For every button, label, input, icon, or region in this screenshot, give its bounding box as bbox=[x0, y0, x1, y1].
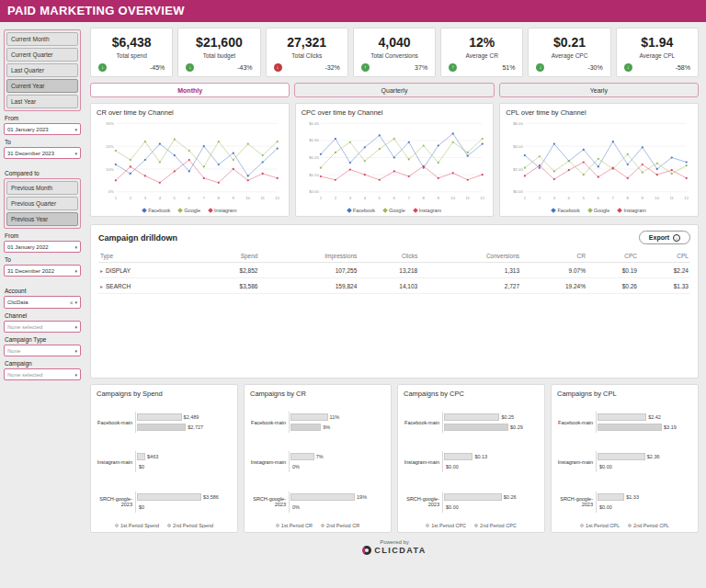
bar-pair: $3,586$0 bbox=[135, 492, 232, 513]
legend-label: Facebook bbox=[148, 208, 170, 213]
bar-rect bbox=[598, 453, 645, 460]
sidebar-period-last-year[interactable]: Last Year bbox=[6, 95, 78, 108]
trend-up-icon: ↑ bbox=[361, 63, 370, 72]
legend-marker-icon bbox=[552, 208, 557, 213]
filter-select-campaign-type[interactable]: None▾ bbox=[4, 345, 81, 356]
tab-monthly[interactable]: Monthly bbox=[90, 83, 290, 97]
svg-text:11: 11 bbox=[261, 196, 266, 200]
bar-value-label: $3.19 bbox=[664, 424, 677, 430]
sidebar-compare-previous-quarter[interactable]: Previous Quarter bbox=[6, 197, 78, 210]
bar: 9% bbox=[290, 423, 385, 432]
compared-to-label: Compared to bbox=[5, 170, 80, 176]
filter-select-channel[interactable]: None selected▾ bbox=[4, 321, 81, 333]
sidebar-period-current-quarter[interactable]: Current Quarter bbox=[6, 48, 78, 62]
brand-name: CLICDATA bbox=[374, 546, 427, 555]
drill-cell: $2.24 bbox=[639, 263, 690, 278]
drill-cell: $2,852 bbox=[199, 263, 259, 278]
sidebar-period-current-month[interactable]: Current Month bbox=[6, 32, 78, 46]
to-date-select[interactable]: 31 December 2023 ▾ bbox=[4, 147, 81, 159]
chart-title: CR over time by Channel bbox=[97, 108, 283, 117]
line-chart-cr-over-time-by-channel: CR over time by Channel0%10%20%30%123456… bbox=[90, 103, 290, 217]
drill-cell: 14,103 bbox=[359, 278, 419, 294]
filter-select-campaign[interactable]: None selected▾ bbox=[4, 368, 81, 380]
bar-rect bbox=[444, 413, 499, 421]
bar-group-instagram-main: Instagram-main$0.13$0.00 bbox=[404, 451, 539, 472]
export-button[interactable]: Export ↓ bbox=[639, 231, 690, 244]
legend-marker-icon bbox=[347, 208, 352, 213]
bar-group-facebook-main: Facebook-main$2,489$2,727 bbox=[97, 412, 232, 433]
drill-cell: $0.26 bbox=[587, 278, 639, 294]
app-header: PAID MARKETING OVERVIEW bbox=[0, 0, 706, 22]
kpi-label: Total Conversions bbox=[359, 52, 430, 59]
sidebar-compare-previous-year[interactable]: Previous Year bbox=[6, 212, 78, 226]
svg-text:$4.00: $4.00 bbox=[514, 144, 524, 149]
kpi-delta: ↓-30% bbox=[533, 63, 605, 72]
chevron-down-icon: ▾ bbox=[74, 372, 77, 378]
bar: 7% bbox=[290, 452, 385, 461]
dashboard-body: Current MonthCurrent QuarterLast Quarter… bbox=[0, 22, 706, 588]
chart-title: CPL over time by Channel bbox=[506, 108, 692, 117]
bar-rect bbox=[137, 453, 145, 460]
svg-text:$0.10: $0.10 bbox=[309, 173, 319, 177]
drill-row-search[interactable]: ▸SEARCH$3,586159,82414,1032,72719.24%$0.… bbox=[98, 278, 690, 294]
legend-marker-icon bbox=[413, 208, 418, 213]
tab-yearly[interactable]: Yearly bbox=[499, 83, 699, 97]
svg-text:1: 1 bbox=[319, 196, 322, 200]
bar: $2,489 bbox=[137, 413, 232, 422]
compare-from-date-select[interactable]: 01 January 2022 ▾ bbox=[4, 241, 81, 253]
bar-value-label: $2,727 bbox=[188, 424, 203, 430]
bar-chart-campaigns-by-cpl: Campaigns by CPLFacebook-main$2.42$3.19I… bbox=[551, 384, 699, 533]
drill-col-cpc: CPC bbox=[587, 250, 639, 263]
bar-pair: $2.42$3.19 bbox=[596, 412, 692, 433]
legend-label: 1st Period CPL bbox=[586, 523, 620, 528]
main-content: $6,438Total spend↓-45%$21,600Total budge… bbox=[85, 22, 706, 588]
bar-category-label: Instagram-main bbox=[404, 459, 442, 465]
kpi-value: $1.94 bbox=[621, 35, 693, 50]
svg-text:3: 3 bbox=[348, 196, 351, 200]
legend-marker-icon bbox=[426, 524, 429, 527]
kpi-delta: ↓-43% bbox=[183, 63, 255, 72]
bar-rows: Facebook-main$2,489$2,727Instagram-main$… bbox=[97, 402, 232, 522]
bar-group-facebook-main: Facebook-main$0.25$0.29 bbox=[404, 412, 539, 433]
sidebar-period-last-quarter[interactable]: Last Quarter bbox=[6, 63, 78, 77]
powered-by-text: Powered by bbox=[90, 539, 699, 545]
bar: $0.29 bbox=[444, 423, 539, 432]
bar-chart-campaigns-by-cpc: Campaigns by CPCFacebook-main$0.25$0.29I… bbox=[397, 384, 545, 533]
legend-item-google: Google bbox=[383, 208, 405, 213]
compare-to-date-select[interactable]: 31 December 2022 ▾ bbox=[4, 265, 81, 277]
bar-rect bbox=[290, 424, 321, 431]
legend-item-2nd-period-cr: 2nd Period CR bbox=[321, 523, 359, 528]
svg-text:4: 4 bbox=[363, 196, 366, 200]
filter-select-account[interactable]: ClicData×▾ bbox=[4, 296, 81, 309]
svg-text:$0.00: $0.00 bbox=[309, 189, 319, 194]
bar-rect bbox=[290, 453, 314, 460]
bar-group-instagram-main: Instagram-main7%0% bbox=[250, 451, 385, 472]
legend-label: Instagram bbox=[623, 208, 645, 213]
svg-text:5: 5 bbox=[378, 196, 381, 200]
sidebar-period-current-year[interactable]: Current Year bbox=[6, 79, 78, 93]
drill-col-cr: CR bbox=[521, 250, 587, 263]
drill-col-spend: Spend bbox=[199, 250, 259, 263]
svg-text:2: 2 bbox=[539, 196, 541, 200]
compare-to-label: To bbox=[5, 256, 80, 263]
kpi-card-total-clicks: 27,321Total Clicks↓-32% bbox=[266, 28, 348, 77]
tab-quarterly[interactable]: Quarterly bbox=[294, 83, 494, 97]
bar: 0% bbox=[290, 503, 385, 512]
kpi-delta-value: 37% bbox=[415, 64, 427, 71]
line-chart-cpc-over-time-by-channel: CPC over time by Channel$0.00$0.10$0.20$… bbox=[295, 103, 495, 217]
from-date-select[interactable]: 01 January 2023 ▾ bbox=[4, 123, 81, 135]
chevron-down-icon: ▾ bbox=[74, 127, 77, 132]
bar-pair: $0.26$0.00 bbox=[442, 492, 539, 513]
clear-icon[interactable]: × bbox=[70, 300, 74, 306]
svg-text:1: 1 bbox=[524, 196, 527, 200]
expand-row-icon[interactable]: ▸ bbox=[100, 268, 103, 274]
legend-label: Instagram bbox=[419, 208, 441, 213]
drill-cell: 19.24% bbox=[521, 278, 587, 294]
expand-row-icon[interactable]: ▸ bbox=[100, 284, 103, 289]
drill-row-display[interactable]: ▸DISPLAY$2,852107,25513,2181,3139.07%$0.… bbox=[98, 263, 690, 278]
svg-text:12: 12 bbox=[480, 196, 484, 200]
bar-category-label: SRCH-google-2023 bbox=[250, 496, 289, 507]
bar: 19% bbox=[290, 492, 385, 502]
sidebar-compare-previous-month[interactable]: Previous Month bbox=[6, 181, 78, 195]
legend-label: 1st Period Spend bbox=[120, 523, 159, 528]
